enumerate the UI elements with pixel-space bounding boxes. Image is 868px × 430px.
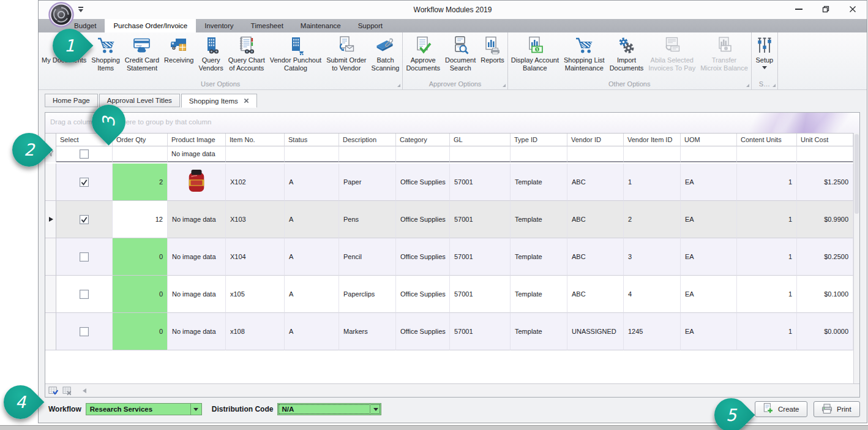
- display-account-balance-button[interactable]: Display Account Balance: [509, 34, 561, 72]
- cell-gl[interactable]: 57001: [450, 201, 511, 238]
- cell-type_id[interactable]: Template: [511, 276, 567, 313]
- row-select-checkbox[interactable]: [80, 290, 89, 299]
- cell-type_id[interactable]: Template: [511, 238, 567, 276]
- print-button[interactable]: Print: [814, 401, 860, 417]
- cell-uom[interactable]: EA: [681, 313, 737, 350]
- cell-vendor_item_id[interactable]: 1245: [624, 313, 681, 350]
- cell-gl[interactable]: 57001: [450, 276, 511, 313]
- ribbon-tab-support[interactable]: Support: [350, 19, 391, 32]
- vertical-scrollbar-thumb[interactable]: [855, 134, 859, 214]
- cell-content_units[interactable]: 1: [737, 164, 797, 201]
- cell-order_qty[interactable]: 2: [113, 164, 168, 201]
- cell-uom[interactable]: EA: [681, 276, 737, 313]
- cell-product_image[interactable]: No image data: [168, 276, 226, 313]
- vertical-scrollbar[interactable]: [853, 133, 859, 383]
- cell-gl[interactable]: 57001: [450, 238, 511, 276]
- cell-vendor_id[interactable]: ABC: [567, 164, 624, 201]
- cell-status[interactable]: A: [285, 238, 339, 276]
- cell-select[interactable]: [56, 238, 113, 276]
- cell-item_no[interactable]: X102: [226, 164, 285, 201]
- filter-cell-status[interactable]: [285, 146, 339, 162]
- cell-description[interactable]: Paper: [339, 164, 396, 201]
- cell-vendor_item_id[interactable]: 1: [624, 164, 681, 201]
- select-all-rows-button[interactable]: [47, 385, 59, 396]
- cell-gl[interactable]: 57001: [450, 164, 511, 201]
- filter-cell-uom[interactable]: [681, 146, 737, 162]
- cell-order_qty[interactable]: 0: [113, 238, 168, 276]
- filter-cell-unit_cost[interactable]: [797, 146, 853, 162]
- close-tab-icon[interactable]: [244, 95, 249, 107]
- approve-documents-button[interactable]: Approve Documents: [403, 34, 443, 72]
- app-logo-icon[interactable]: [48, 2, 74, 28]
- cell-order_qty[interactable]: 0: [113, 276, 168, 313]
- table-row[interactable]: 2X102APaperOffice Supplies57001TemplateA…: [45, 164, 853, 201]
- cell-category[interactable]: Office Supplies: [396, 313, 450, 350]
- distribution-dropdown-arrow[interactable]: [370, 404, 381, 415]
- filter-cell-content_units[interactable]: [737, 146, 797, 162]
- cell-select[interactable]: [56, 164, 113, 201]
- shopping-list-maintenance-button[interactable]: Shopping List Maintenance: [561, 34, 607, 72]
- ribbon-tab-inventory[interactable]: Inventory: [196, 19, 242, 32]
- column-header-product-image[interactable]: Product Image: [168, 134, 226, 146]
- cell-status[interactable]: A: [285, 164, 339, 201]
- filter-cell-product_image[interactable]: No image data: [168, 146, 226, 162]
- vendor-punchout-catalog-button[interactable]: Vendor Punchout Catalog: [268, 34, 324, 72]
- document-search-button[interactable]: Document Search: [443, 34, 478, 72]
- cell-content_units[interactable]: 1: [737, 276, 797, 313]
- cell-type_id[interactable]: Template: [511, 313, 567, 350]
- create-button[interactable]: Create: [755, 401, 807, 417]
- close-button[interactable]: [844, 2, 862, 16]
- column-header-unit-cost[interactable]: Unit Cost: [797, 134, 853, 146]
- minimize-button[interactable]: [790, 2, 808, 16]
- cell-content_units[interactable]: 1: [737, 313, 797, 350]
- cell-vendor_id[interactable]: ABC: [567, 201, 624, 238]
- cell-type_id[interactable]: Template: [511, 201, 567, 238]
- cell-unit_cost[interactable]: $0.0000: [797, 313, 853, 350]
- column-header-uom[interactable]: UOM: [681, 134, 737, 146]
- cell-gl[interactable]: 57001: [450, 313, 511, 350]
- cell-item_no[interactable]: x108: [226, 313, 285, 350]
- table-row[interactable]: 0No image datax105APaperclipsOffice Supp…: [45, 276, 853, 313]
- cell-status[interactable]: A: [285, 201, 339, 238]
- ribbon-tab-purchase-order-invoice[interactable]: Purchase Order/Invoice: [105, 19, 196, 32]
- column-header-status[interactable]: Status: [285, 134, 339, 146]
- filter-cell-type_id[interactable]: [511, 146, 567, 162]
- cell-description[interactable]: Pens: [339, 201, 396, 238]
- column-header-item-no[interactable]: Item No.: [226, 134, 285, 146]
- cell-product_image[interactable]: [168, 164, 226, 201]
- ribbon-tab-timesheet[interactable]: Timesheet: [242, 19, 292, 32]
- cell-category[interactable]: Office Supplies: [396, 164, 450, 201]
- row-select-checkbox[interactable]: [80, 178, 89, 187]
- filter-cell-vendor_item_id[interactable]: [624, 146, 681, 162]
- hscroll-left-arrow-icon[interactable]: [80, 388, 86, 393]
- dialog-launcher-icon[interactable]: [397, 84, 400, 87]
- column-header-vendor-id[interactable]: Vendor ID: [567, 134, 624, 146]
- cell-uom[interactable]: EA: [681, 201, 737, 238]
- filter-cell-order_qty[interactable]: [113, 146, 168, 162]
- cell-item_no[interactable]: X104: [226, 238, 285, 276]
- cell-order_qty[interactable]: 12: [113, 201, 168, 238]
- shopping-items-button[interactable]: Shopping Items: [89, 34, 122, 72]
- dialog-launcher-icon[interactable]: [773, 84, 776, 87]
- group-by-bar[interactable]: Drag a column header here to group by th…: [45, 113, 859, 134]
- cell-uom[interactable]: EA: [681, 164, 737, 201]
- filter-select-checkbox[interactable]: [80, 149, 89, 159]
- cell-order_qty[interactable]: 0: [113, 313, 168, 350]
- row-select-checkbox[interactable]: [80, 215, 89, 224]
- cell-product_image[interactable]: No image data: [168, 201, 226, 238]
- cell-select[interactable]: [56, 313, 113, 350]
- column-header-category[interactable]: Category: [396, 134, 450, 146]
- cell-product_image[interactable]: No image data: [168, 313, 226, 350]
- batch-scanning-button[interactable]: Batch Scanning: [369, 34, 402, 72]
- column-header-description[interactable]: Description: [339, 134, 396, 146]
- cell-vendor_item_id[interactable]: 2: [624, 201, 681, 238]
- query-chart-of-accounts-button[interactable]: Query Chart of Accounts: [226, 34, 268, 72]
- table-row[interactable]: 12No image dataX103APensOffice Supplies5…: [45, 201, 853, 238]
- cell-vendor_item_id[interactable]: 3: [624, 238, 681, 276]
- cell-uom[interactable]: EA: [681, 238, 737, 276]
- dialog-launcher-icon[interactable]: [503, 84, 506, 87]
- cell-vendor_id[interactable]: ABC: [567, 238, 624, 276]
- cell-content_units[interactable]: 1: [737, 201, 797, 238]
- distribution-code-dropdown[interactable]: N/A: [277, 403, 381, 415]
- row-select-checkbox[interactable]: [80, 252, 89, 262]
